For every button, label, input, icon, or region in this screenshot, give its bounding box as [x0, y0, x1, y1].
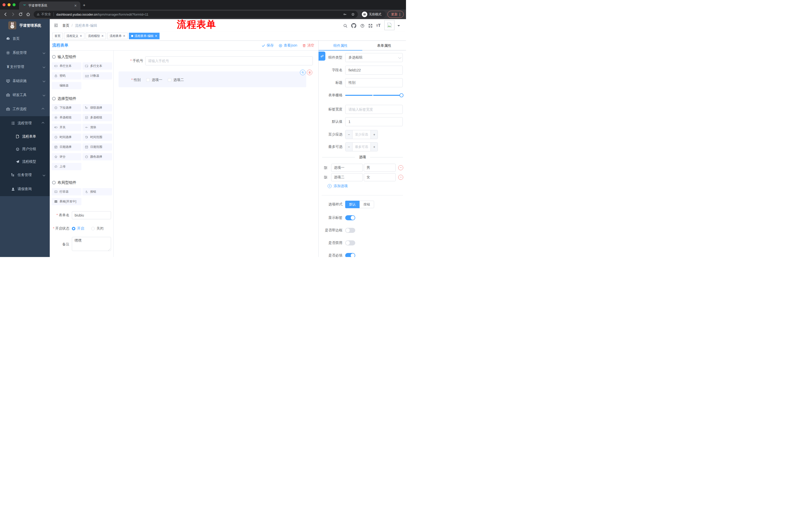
component-item-下拉选择[interactable]: 下拉选择 — [52, 104, 81, 111]
close-tag-icon[interactable]: ✕ — [155, 34, 157, 38]
style-default-button[interactable]: 默认 — [345, 201, 359, 208]
component-item-颜色选择[interactable]: 颜色选择 — [82, 153, 112, 160]
gender-option2-checkbox[interactable]: 选项二 — [168, 78, 184, 82]
gender-option1-checkbox[interactable]: 选项一 — [146, 78, 162, 82]
sidebar-item-流程表单[interactable]: 流程表单 — [0, 130, 50, 143]
component-item-按钮[interactable]: 按钮 — [82, 188, 112, 195]
component-item-单选框组[interactable]: 单选框组 — [52, 114, 81, 121]
close-tag-icon[interactable]: ✕ — [123, 34, 125, 38]
increment-button[interactable]: + — [371, 130, 378, 139]
clear-button[interactable]: 清空 — [302, 43, 314, 48]
component-item-评分[interactable]: 评分 — [52, 153, 81, 160]
copy-component-icon[interactable] — [300, 70, 306, 75]
remove-option-icon[interactable]: − — [398, 165, 403, 170]
github-icon[interactable] — [351, 23, 356, 28]
component-item-日期选择[interactable]: 日期选择 — [52, 143, 81, 151]
component-item-滑块[interactable]: 滑块 — [82, 124, 112, 131]
close-tag-icon[interactable]: ✕ — [101, 34, 104, 38]
avatar-caret-icon[interactable] — [398, 25, 400, 28]
bookmark-star-icon[interactable] — [351, 12, 355, 16]
view-json-button[interactable]: 查看json — [279, 43, 297, 48]
component-item-时间范围[interactable]: 时间范围 — [82, 134, 112, 141]
sidebar-item-基础设施[interactable]: 基础设施 — [0, 74, 50, 88]
toggle-是否必填[interactable] — [345, 253, 355, 257]
phone-field[interactable]: 手机号 — [114, 56, 318, 65]
component-item-单行文本[interactable]: 单行文本 — [52, 62, 81, 70]
maximize-window-button[interactable] — [12, 3, 16, 6]
sidebar-item-研发工具[interactable]: 研发工具 — [0, 88, 50, 102]
field-name-input[interactable] — [345, 65, 403, 75]
component-item-上传[interactable]: 上传 — [52, 163, 81, 170]
component-item-编辑器[interactable]: 编辑器 — [52, 82, 81, 89]
home-icon[interactable] — [26, 12, 31, 17]
drag-handle-icon[interactable] — [324, 175, 328, 179]
decrement-button[interactable]: − — [345, 142, 352, 151]
drag-handle-icon[interactable] — [324, 166, 328, 170]
sidebar-item-支付管理[interactable]: ¥支付管理 — [0, 60, 50, 74]
min-select-stepper[interactable]: − 至少应选 + — [345, 130, 378, 139]
form-remark-textarea[interactable]: 嘿嘿 — [72, 237, 111, 251]
save-button[interactable]: 保存 — [262, 43, 273, 48]
component-item-密码[interactable]: 密码 — [52, 72, 81, 79]
component-item-多选框组[interactable]: 多选框组 — [82, 114, 112, 121]
title-input[interactable] — [345, 78, 403, 87]
sidebar-item-首页[interactable]: 首页 — [0, 32, 50, 46]
form-grid-slider[interactable] — [345, 91, 404, 99]
sidebar-item-工作流程[interactable]: 工作流程 — [0, 102, 50, 116]
tab-close-icon[interactable]: ✕ — [73, 4, 78, 7]
sidebar-logo[interactable]: 芋道管理系统 — [0, 19, 50, 32]
font-size-icon[interactable]: TT — [376, 23, 381, 28]
minimize-window-button[interactable] — [7, 3, 10, 6]
sidebar-item-任务管理[interactable]: 任务管理 — [0, 168, 50, 182]
password-key-icon[interactable] — [343, 12, 347, 16]
view-tag-首页[interactable]: 首页 — [52, 33, 63, 39]
increment-button[interactable]: + — [371, 142, 378, 151]
phone-input[interactable] — [145, 56, 313, 65]
view-tag-流程定义[interactable]: 流程定义✕ — [64, 33, 84, 39]
search-icon[interactable] — [343, 23, 348, 28]
decrement-button[interactable]: − — [345, 130, 352, 139]
component-item-级联选择[interactable]: 级联选择 — [82, 104, 112, 111]
remove-option-icon[interactable]: − — [398, 175, 403, 180]
sidebar-item-流程管理[interactable]: 流程管理 — [0, 116, 50, 130]
component-item-行容器[interactable]: 行容器 — [52, 188, 81, 195]
view-tag-流程表单-编辑[interactable]: 流程表单-编辑✕ — [129, 33, 160, 39]
window-controls[interactable] — [2, 3, 16, 6]
tab-form-props[interactable]: 表单属性 — [362, 40, 406, 50]
label-width-input[interactable] — [345, 105, 403, 114]
forward-icon[interactable] — [10, 12, 16, 17]
browser-menu-icon[interactable] — [400, 13, 400, 16]
form-canvas[interactable]: 手机号 性别 选项一 选项二 — [114, 51, 318, 257]
collapse-sidebar-icon[interactable] — [54, 23, 58, 28]
back-icon[interactable] — [3, 12, 8, 17]
close-window-button[interactable] — [2, 3, 5, 6]
breadcrumb-home[interactable]: 首页 — [62, 23, 69, 28]
delete-component-icon[interactable] — [307, 70, 312, 75]
browser-tab[interactable]: 芋道管理系统 ✕ — [19, 1, 80, 9]
view-tag-流程模型[interactable]: 流程模型✕ — [86, 33, 106, 39]
toggle-显示标签[interactable] — [345, 215, 355, 220]
option-name-input[interactable] — [331, 173, 363, 181]
gender-field[interactable]: 性别 选项一 选项二 — [114, 77, 318, 82]
status-on-radio[interactable]: 开启 — [72, 226, 84, 231]
address-bar[interactable]: 不安全 dashboard.yudao.iocoder.cn/bpm/manag… — [34, 11, 358, 18]
fullscreen-icon[interactable] — [368, 23, 373, 28]
avatar[interactable] — [384, 20, 395, 30]
slider-handle[interactable] — [400, 93, 404, 97]
view-tag-流程表单[interactable]: 流程表单✕ — [107, 33, 127, 39]
form-name-input[interactable] — [72, 211, 111, 219]
tab-component-props[interactable]: 组件属性 — [319, 40, 362, 50]
sidebar-item-用户分组[interactable]: 用户分组 — [0, 143, 50, 155]
option-value-input[interactable] — [364, 173, 396, 181]
default-value-input[interactable] — [345, 117, 403, 126]
close-tag-icon[interactable]: ✕ — [80, 34, 82, 38]
sidebar-item-流程模型[interactable]: 流程模型 — [0, 155, 50, 168]
toggle-是否带边框[interactable] — [345, 228, 355, 233]
help-icon[interactable] — [360, 23, 365, 28]
max-select-stepper[interactable]: − 最多可选 + — [345, 142, 378, 152]
status-off-radio[interactable]: 关闭 — [91, 226, 104, 231]
component-item-计数器[interactable]: 123计数器 — [82, 72, 112, 79]
style-button-button[interactable]: 按钮 — [359, 201, 374, 208]
new-tab-button[interactable]: + — [83, 3, 85, 7]
component-item-多行文本[interactable]: 多行文本 — [82, 62, 112, 70]
